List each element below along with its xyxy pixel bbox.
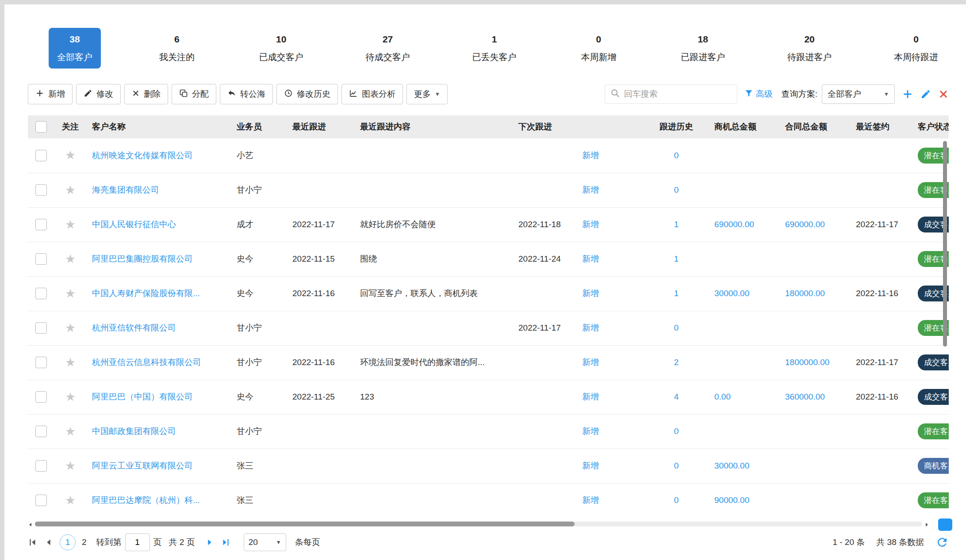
customer-name-link[interactable]: 杭州亚信云信息科技有限公司: [92, 358, 201, 367]
star-icon[interactable]: ★: [65, 425, 76, 438]
add-scheme-button[interactable]: [902, 88, 913, 100]
contract-amount-link[interactable]: 690000.00: [785, 220, 825, 229]
horizontal-scrollbar-thumb[interactable]: [35, 522, 575, 526]
followup-history-link[interactable]: 1: [674, 289, 679, 298]
table-row[interactable]: ★ 阿里巴巴（中国）有限公司 史今 2022-11-25 123 新增 4 0.…: [28, 380, 949, 414]
add-followup-link[interactable]: 新增: [582, 358, 599, 367]
table-row[interactable]: ★ 杭州亚信云信息科技有限公司 甘小宁 2022-11-16 环境法回复爱时代的…: [28, 345, 949, 380]
add-followup-link[interactable]: 新增: [582, 323, 599, 332]
stat-tab-pending-customers[interactable]: 27 待成交客户: [360, 28, 416, 69]
table-row[interactable]: ★ 杭州映途文化传媒有限公司 小艺 新增 0 潜在客户: [28, 138, 949, 173]
add-button[interactable]: 新增: [28, 84, 73, 104]
corner-button[interactable]: [938, 518, 952, 531]
followup-history-link[interactable]: 0: [674, 495, 679, 505]
followup-history-link[interactable]: 1: [674, 254, 679, 263]
add-followup-link[interactable]: 新增: [582, 392, 599, 401]
scroll-left-arrow-icon[interactable]: [28, 521, 33, 529]
scroll-right-arrow-icon[interactable]: [924, 521, 929, 529]
star-icon[interactable]: ★: [65, 356, 76, 369]
page-size-select[interactable]: 20 ▼: [244, 533, 286, 551]
followup-history-link[interactable]: 1: [674, 220, 679, 229]
row-checkbox[interactable]: [35, 219, 47, 230]
customer-name-link[interactable]: 海亮集团有限公司: [92, 185, 159, 194]
followup-history-link[interactable]: 0: [674, 461, 679, 470]
refresh-button[interactable]: [935, 536, 949, 549]
add-followup-link[interactable]: 新增: [582, 185, 599, 194]
customer-name-link[interactable]: 阿里巴巴集團控股有限公司: [92, 254, 193, 263]
followup-history-link[interactable]: 0: [674, 427, 679, 436]
star-icon[interactable]: ★: [65, 287, 76, 300]
delete-scheme-button[interactable]: [938, 89, 949, 99]
add-followup-link[interactable]: 新增: [582, 254, 599, 263]
edit-history-button[interactable]: 修改历史: [276, 84, 338, 104]
row-checkbox[interactable]: [35, 184, 47, 196]
select-all-checkbox[interactable]: [35, 121, 47, 133]
stat-tab-all-customers[interactable]: 38 全部客户: [49, 28, 101, 69]
table-row[interactable]: ★ 中国人寿财产保险股份有限... 史今 2022-11-16 回写至客户，联系…: [28, 276, 949, 311]
search-input[interactable]: [624, 89, 726, 99]
customer-name-link[interactable]: 阿里巴巴（中国）有限公司: [92, 392, 193, 401]
prev-page-button[interactable]: [44, 537, 54, 547]
assign-button[interactable]: 分配: [172, 84, 216, 104]
star-icon[interactable]: ★: [65, 321, 76, 335]
table-row[interactable]: ★ 中国人民银行征信中心 成才 2022-11-17 就好比房价不会随便 202…: [28, 207, 949, 242]
followup-history-link[interactable]: 2: [674, 358, 679, 367]
star-icon[interactable]: ★: [65, 183, 76, 197]
more-button[interactable]: 更多 ▼: [406, 84, 448, 104]
vertical-scrollbar-thumb[interactable]: [943, 141, 947, 347]
customer-name-link[interactable]: 阿里巴巴达摩院（杭州）科...: [92, 495, 200, 505]
row-checkbox[interactable]: [35, 460, 47, 472]
table-row[interactable]: ★ 阿里云工业互联网有限公司 张三 新增 0 30000.00 商机客户: [28, 449, 949, 483]
row-checkbox[interactable]: [35, 426, 47, 437]
stat-tab-closed-customers[interactable]: 10 已成交客户: [253, 28, 310, 69]
opportunity-amount-link[interactable]: 0.00: [714, 392, 731, 401]
add-followup-link[interactable]: 新增: [582, 427, 599, 436]
opportunity-amount-link[interactable]: 690000.00: [714, 220, 754, 229]
stat-tab-followed-customers[interactable]: 18 已跟进客户: [675, 28, 731, 69]
last-page-button[interactable]: [221, 537, 230, 547]
followup-history-link[interactable]: 0: [674, 185, 679, 194]
add-followup-link[interactable]: 新增: [582, 220, 599, 229]
followup-history-link[interactable]: 0: [674, 151, 679, 160]
customer-name-link[interactable]: 中国邮政集团有限公司: [92, 427, 176, 436]
row-checkbox[interactable]: [35, 495, 47, 506]
delete-button[interactable]: 删除: [124, 84, 168, 104]
add-followup-link[interactable]: 新增: [582, 151, 599, 160]
followup-history-link[interactable]: 0: [674, 323, 679, 332]
first-page-button[interactable]: [28, 537, 38, 547]
customer-name-link[interactable]: 中国人寿财产保险股份有限...: [92, 289, 200, 298]
chart-analysis-button[interactable]: 图表分析: [341, 84, 403, 104]
customer-name-link[interactable]: 阿里云工业互联网有限公司: [92, 461, 193, 470]
table-row[interactable]: ★ 杭州亚信软件有限公司 甘小宁 2022-11-17 新增 0 潜在客户: [28, 311, 949, 345]
star-icon[interactable]: ★: [65, 149, 76, 162]
row-checkbox[interactable]: [35, 357, 47, 368]
row-checkbox[interactable]: [35, 391, 47, 403]
edit-scheme-button[interactable]: [920, 89, 931, 99]
row-checkbox[interactable]: [35, 253, 47, 265]
contract-amount-link[interactable]: 1800000.00: [785, 358, 829, 367]
row-checkbox[interactable]: [35, 322, 47, 334]
row-checkbox[interactable]: [35, 150, 47, 161]
star-icon[interactable]: ★: [65, 252, 76, 266]
add-followup-link[interactable]: 新增: [582, 495, 599, 505]
table-row[interactable]: ★ 阿里巴巴集團控股有限公司 史今 2022-11-15 围绕 2022-11-…: [28, 242, 949, 276]
star-icon[interactable]: ★: [65, 218, 76, 231]
edit-button[interactable]: 修改: [76, 84, 121, 104]
followup-history-link[interactable]: 4: [674, 392, 679, 401]
star-icon[interactable]: ★: [65, 459, 76, 472]
star-icon[interactable]: ★: [65, 390, 76, 404]
table-row[interactable]: ★ 海亮集团有限公司 甘小宁 新增 0 潜在客户: [28, 173, 949, 207]
advanced-filter-button[interactable]: 高级: [744, 88, 773, 100]
to-public-pool-button[interactable]: 转公海: [220, 84, 273, 104]
opportunity-amount-link[interactable]: 90000.00: [714, 495, 749, 505]
opportunity-amount-link[interactable]: 30000.00: [714, 289, 749, 298]
add-followup-link[interactable]: 新增: [582, 461, 599, 470]
goto-page-input[interactable]: [125, 533, 150, 551]
page-2-button[interactable]: 2: [78, 537, 90, 547]
opportunity-amount-link[interactable]: 30000.00: [714, 461, 749, 470]
contract-amount-link[interactable]: 180000.00: [785, 289, 825, 298]
stat-tab-lost-customers[interactable]: 1 已丢失客户: [466, 28, 523, 69]
page-1-button[interactable]: 1: [60, 534, 76, 550]
stat-tab-new-this-week[interactable]: 0 本周新增: [572, 28, 625, 69]
table-row[interactable]: ★ 阿里巴巴达摩院（杭州）科... 张三 新增 0 90000.00 潜在客户: [28, 483, 949, 518]
